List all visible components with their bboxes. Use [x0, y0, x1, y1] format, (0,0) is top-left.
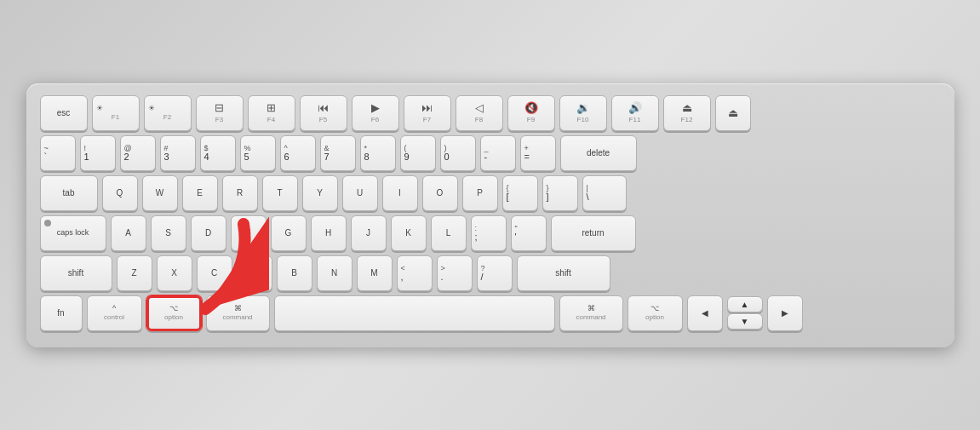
key-u[interactable]: U	[342, 175, 378, 211]
key-spacebar[interactable]	[274, 295, 555, 331]
key-9[interactable]: ( 9	[400, 135, 436, 171]
key-f4[interactable]: ⊞ F4	[248, 95, 295, 131]
key-s[interactable]: S	[151, 215, 186, 251]
key-backtick[interactable]: ~ `	[40, 135, 76, 171]
key-n[interactable]: N	[317, 255, 352, 291]
arrow-up-down-container: ▲ ▼	[727, 296, 763, 330]
key-f12[interactable]: ⏏ F12	[663, 95, 711, 131]
key-command-right[interactable]: ⌘ command	[559, 295, 623, 331]
key-f10[interactable]: 🔉 F10	[559, 95, 607, 131]
key-semicolon[interactable]: : ;	[471, 215, 507, 251]
key-return[interactable]: return	[551, 215, 636, 251]
key-shift-left[interactable]: shift	[40, 255, 112, 291]
key-arrow-left[interactable]: ◀	[687, 295, 723, 331]
number-key-row: ~ ` ! 1 @ 2 # 3 $ 4 % 5 ^ 6 & 7	[40, 135, 941, 171]
key-j[interactable]: J	[351, 215, 387, 251]
key-option-left[interactable]: ⌥ option	[146, 295, 202, 331]
key-d[interactable]: D	[191, 215, 226, 251]
key-b[interactable]: B	[277, 255, 312, 291]
key-f6[interactable]: ▶ F6	[352, 95, 399, 131]
key-delete[interactable]: delete	[560, 135, 637, 171]
tab-key-row: tab Q W E R T Y U I O P { [ } ] | \	[40, 175, 941, 211]
key-period[interactable]: > .	[437, 255, 473, 291]
key-p[interactable]: P	[462, 175, 498, 211]
key-f2[interactable]: ☀ F2	[144, 95, 192, 131]
key-f1[interactable]: ☀ F1	[92, 95, 140, 131]
key-i[interactable]: I	[382, 175, 418, 211]
key-f5[interactable]: ⏮ F5	[300, 95, 347, 131]
key-4[interactable]: $ 4	[200, 135, 236, 171]
key-arrow-right[interactable]: ▶	[767, 295, 803, 331]
key-0[interactable]: ) 0	[440, 135, 476, 171]
key-x[interactable]: X	[157, 255, 192, 291]
key-shift-right[interactable]: shift	[517, 255, 610, 291]
key-left-bracket[interactable]: { [	[502, 175, 538, 211]
key-3[interactable]: # 3	[160, 135, 196, 171]
key-l[interactable]: L	[431, 215, 467, 251]
key-comma[interactable]: < ,	[397, 255, 433, 291]
bottom-key-row: fn ^ control ⌥ option ⌘ command ⌘ comman…	[40, 295, 941, 331]
key-control[interactable]: ^ control	[87, 295, 142, 331]
key-right-bracket[interactable]: } ]	[542, 175, 578, 211]
key-f11[interactable]: 🔊 F11	[611, 95, 659, 131]
key-5[interactable]: % 5	[240, 135, 276, 171]
key-6[interactable]: ^ 6	[280, 135, 316, 171]
key-quote[interactable]: " '	[511, 215, 547, 251]
key-o[interactable]: O	[422, 175, 458, 211]
key-r[interactable]: R	[222, 175, 258, 211]
key-esc[interactable]: esc	[40, 95, 88, 131]
key-y[interactable]: Y	[302, 175, 338, 211]
key-f[interactable]: F	[231, 215, 266, 251]
keyboard: esc ☀ F1 ☀ F2 ⊟ F3 ⊞ F4 ⏮ F5 ▶ F6 ⏭ F7	[26, 83, 954, 347]
key-t[interactable]: T	[262, 175, 298, 211]
key-arrow-down[interactable]: ▼	[727, 313, 763, 330]
key-a[interactable]: A	[111, 215, 146, 251]
fn-key-row: esc ☀ F1 ☀ F2 ⊟ F3 ⊞ F4 ⏮ F5 ▶ F6 ⏭ F7	[40, 95, 941, 131]
key-w[interactable]: W	[142, 175, 178, 211]
key-c[interactable]: C	[197, 255, 232, 291]
key-equals[interactable]: + =	[520, 135, 556, 171]
key-f8[interactable]: ◁ F8	[456, 95, 503, 131]
key-7[interactable]: & 7	[320, 135, 356, 171]
key-eject[interactable]: ⏏	[715, 95, 751, 131]
key-option-right[interactable]: ⌥ option	[628, 295, 683, 331]
key-caps-lock[interactable]: caps lock	[40, 215, 106, 251]
key-q[interactable]: Q	[102, 175, 138, 211]
key-h[interactable]: H	[311, 215, 347, 251]
key-z[interactable]: Z	[117, 255, 152, 291]
key-arrow-up[interactable]: ▲	[727, 296, 763, 312]
key-f9[interactable]: 🔇 F9	[507, 95, 555, 131]
caps-lock-indicator	[44, 220, 51, 226]
key-f3[interactable]: ⊟ F3	[196, 95, 244, 131]
key-tab[interactable]: tab	[40, 175, 98, 211]
key-fn[interactable]: fn	[40, 295, 83, 331]
key-slash[interactable]: ? /	[477, 255, 513, 291]
key-v[interactable]: V	[237, 255, 272, 291]
key-g[interactable]: G	[271, 215, 307, 251]
key-e[interactable]: E	[182, 175, 218, 211]
caps-key-row: caps lock A S D F G H J K L : ; " ' retu…	[40, 215, 941, 251]
shift-key-row: shift Z X C V B N M < , > . ? / shift	[40, 255, 941, 291]
key-2[interactable]: @ 2	[120, 135, 156, 171]
key-k[interactable]: K	[391, 215, 427, 251]
key-minus[interactable]: _ -	[480, 135, 516, 171]
key-m[interactable]: M	[357, 255, 393, 291]
key-command-left[interactable]: ⌘ command	[206, 295, 270, 331]
key-backslash[interactable]: | \	[582, 175, 627, 211]
key-8[interactable]: * 8	[360, 135, 396, 171]
key-1[interactable]: ! 1	[80, 135, 116, 171]
key-f7[interactable]: ⏭ F7	[404, 95, 451, 131]
